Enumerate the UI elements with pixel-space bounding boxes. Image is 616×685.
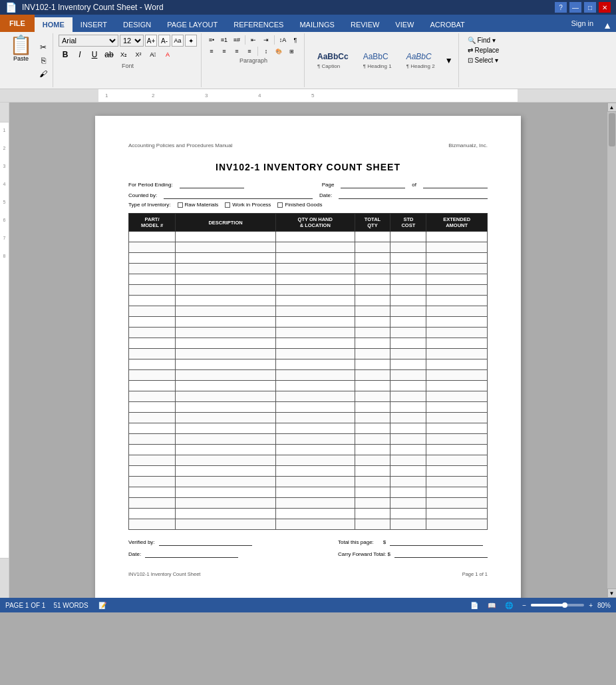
table-cell[interactable] bbox=[426, 423, 488, 434]
table-cell[interactable] bbox=[426, 509, 488, 519]
table-cell[interactable] bbox=[275, 434, 355, 445]
copy-button[interactable]: ⎘ bbox=[37, 55, 50, 67]
table-cell[interactable] bbox=[426, 402, 488, 413]
table-cell[interactable] bbox=[129, 349, 176, 359]
table-cell[interactable] bbox=[355, 498, 390, 509]
table-cell[interactable] bbox=[426, 328, 488, 338]
table-cell[interactable] bbox=[176, 349, 276, 359]
table-row[interactable] bbox=[129, 402, 488, 413]
table-row[interactable] bbox=[129, 264, 488, 274]
style-heading2[interactable]: AaBbC ¶ Heading 2 bbox=[400, 50, 441, 71]
table-cell[interactable] bbox=[275, 402, 355, 413]
table-cell[interactable] bbox=[129, 370, 176, 381]
table-cell[interactable] bbox=[390, 306, 426, 317]
table-cell[interactable] bbox=[176, 402, 276, 413]
zoom-track[interactable] bbox=[531, 604, 584, 606]
table-cell[interactable] bbox=[390, 285, 426, 296]
table-cell[interactable] bbox=[129, 338, 176, 349]
font-shrink-button[interactable]: A- bbox=[158, 35, 170, 47]
align-center-button[interactable]: ≡ bbox=[218, 46, 230, 57]
table-cell[interactable] bbox=[176, 519, 276, 530]
table-cell[interactable] bbox=[426, 498, 488, 509]
table-cell[interactable] bbox=[426, 381, 488, 391]
table-cell[interactable] bbox=[176, 317, 276, 328]
table-cell[interactable] bbox=[129, 487, 176, 498]
table-cell[interactable] bbox=[176, 242, 276, 253]
table-cell[interactable] bbox=[426, 413, 488, 423]
table-row[interactable] bbox=[129, 381, 488, 391]
cut-button[interactable]: ✂ bbox=[37, 41, 50, 53]
tab-acrobat[interactable]: ACROBAT bbox=[422, 17, 472, 32]
table-cell[interactable] bbox=[390, 509, 426, 519]
table-cell[interactable] bbox=[129, 413, 176, 423]
maximize-button[interactable]: □ bbox=[584, 2, 596, 13]
table-cell[interactable] bbox=[275, 413, 355, 423]
table-cell[interactable] bbox=[390, 242, 426, 253]
table-cell[interactable] bbox=[355, 242, 390, 253]
table-cell[interactable] bbox=[275, 519, 355, 530]
table-cell[interactable] bbox=[355, 317, 390, 328]
find-button[interactable]: 🔍 Find ▾ bbox=[466, 36, 502, 45]
table-cell[interactable] bbox=[275, 509, 355, 519]
table-row[interactable] bbox=[129, 296, 488, 306]
zoom-out-btn[interactable]: − bbox=[520, 601, 528, 610]
total-pages-value[interactable] bbox=[423, 180, 488, 188]
decrease-indent-button[interactable]: ⇤ bbox=[247, 35, 259, 45]
table-cell[interactable] bbox=[355, 264, 390, 274]
raw-materials-checkbox[interactable] bbox=[178, 202, 183, 208]
font-name-select[interactable]: Arial bbox=[59, 35, 118, 47]
table-cell[interactable] bbox=[129, 445, 176, 455]
table-cell[interactable] bbox=[355, 391, 390, 402]
table-cell[interactable] bbox=[176, 359, 276, 370]
table-row[interactable] bbox=[129, 477, 488, 487]
table-cell[interactable] bbox=[426, 264, 488, 274]
table-cell[interactable] bbox=[390, 466, 426, 477]
table-row[interactable] bbox=[129, 328, 488, 338]
table-cell[interactable] bbox=[129, 423, 176, 434]
table-cell[interactable] bbox=[426, 274, 488, 285]
table-cell[interactable] bbox=[426, 317, 488, 328]
align-left-button[interactable]: ≡ bbox=[206, 46, 218, 57]
table-cell[interactable] bbox=[355, 359, 390, 370]
table-cell[interactable] bbox=[390, 391, 426, 402]
table-cell[interactable] bbox=[390, 274, 426, 285]
table-cell[interactable] bbox=[176, 306, 276, 317]
footer-date-value[interactable] bbox=[145, 550, 238, 558]
font-size-select[interactable]: 12 bbox=[120, 35, 144, 47]
clear-format-button[interactable]: ✦ bbox=[185, 35, 197, 47]
multilevel-button[interactable]: ≡# bbox=[231, 35, 243, 45]
table-cell[interactable] bbox=[176, 487, 276, 498]
table-cell[interactable] bbox=[390, 381, 426, 391]
layout-read-btn[interactable]: 📖 bbox=[486, 601, 498, 610]
table-row[interactable] bbox=[129, 274, 488, 285]
table-cell[interactable] bbox=[275, 317, 355, 328]
table-row[interactable] bbox=[129, 445, 488, 455]
table-row[interactable] bbox=[129, 509, 488, 519]
show-formatting-button[interactable]: ¶ bbox=[289, 35, 301, 45]
table-cell[interactable] bbox=[176, 285, 276, 296]
table-cell[interactable] bbox=[129, 498, 176, 509]
table-cell[interactable] bbox=[355, 253, 390, 264]
table-cell[interactable] bbox=[390, 328, 426, 338]
table-cell[interactable] bbox=[275, 328, 355, 338]
table-cell[interactable] bbox=[275, 242, 355, 253]
help-button[interactable]: ? bbox=[555, 2, 567, 13]
table-cell[interactable] bbox=[275, 466, 355, 477]
table-cell[interactable] bbox=[355, 445, 390, 455]
line-spacing-button[interactable]: ↕ bbox=[260, 46, 272, 57]
table-cell[interactable] bbox=[275, 370, 355, 381]
table-cell[interactable] bbox=[275, 498, 355, 509]
style-heading1[interactable]: AaBbC ¶ Heading 1 bbox=[357, 50, 398, 71]
total-this-page-value[interactable] bbox=[390, 538, 483, 546]
style-caption[interactable]: AaBbCc ¶ Caption bbox=[311, 50, 355, 71]
tab-references[interactable]: REFERENCES bbox=[226, 17, 291, 32]
select-button[interactable]: ⊡ Select ▾ bbox=[466, 56, 502, 65]
table-cell[interactable] bbox=[355, 455, 390, 466]
replace-button[interactable]: ⇄ Replace bbox=[466, 46, 502, 55]
table-cell[interactable] bbox=[129, 285, 176, 296]
tab-home[interactable]: HOME bbox=[35, 17, 73, 32]
table-cell[interactable] bbox=[355, 338, 390, 349]
table-cell[interactable] bbox=[275, 423, 355, 434]
table-cell[interactable] bbox=[426, 306, 488, 317]
table-cell[interactable] bbox=[176, 381, 276, 391]
